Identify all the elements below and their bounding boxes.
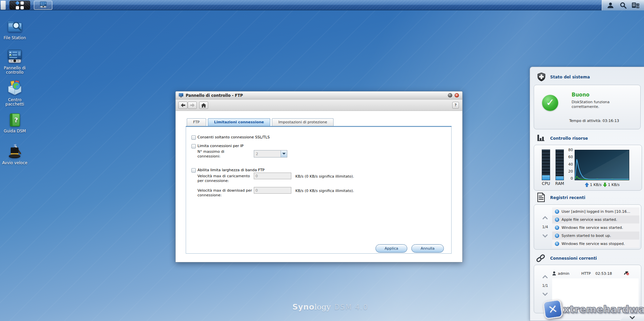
log-row[interactable]: iWindows file service was started. (552, 223, 639, 232)
tab-connection-limits[interactable]: Limitazioni connessione (208, 118, 271, 126)
ssl-only-checkbox[interactable] (191, 135, 196, 140)
desktop-icon-dsm-help[interactable]: ? Guida DSM (0, 112, 30, 133)
desktop-icon-label: Pannello di controllo (0, 66, 30, 74)
desktop-icon-label: Avvio veloce (0, 161, 30, 165)
log-row[interactable]: iApple file service was started. (552, 215, 639, 223)
log-text: User [admin] logged in from [10.16... (562, 209, 630, 214)
download-rate: 1 KB/s (608, 183, 620, 187)
system-status-title: Stato del sistema (550, 75, 590, 79)
user-icon (552, 271, 556, 276)
cpu-label: CPU (538, 181, 553, 186)
log-text: Windows file service was stopped. (562, 242, 625, 246)
forward-button[interactable] (188, 102, 197, 109)
chevron-down-icon (281, 150, 287, 157)
main-menu-icon (16, 1, 24, 9)
info-icon: i (555, 209, 559, 214)
log-row[interactable]: iSystem started to boot up. (552, 232, 639, 240)
desktop-icon-control-panel[interactable]: Pannello di controllo (0, 49, 30, 74)
desktop-icon-quick-start[interactable]: Avvio veloce (0, 143, 30, 165)
apply-button[interactable]: Applica (375, 244, 407, 253)
pilot-view-icon[interactable] (632, 1, 640, 9)
log-list: iUser [admin] logged in from [10.16... i… (552, 207, 639, 248)
upload-speed-label: Velocità max di caricamento per connessi… (197, 174, 250, 183)
tab-bar: FTP Limitazioni connessione Impostazioni… (187, 118, 334, 126)
bandwidth-limit-checkbox[interactable] (191, 168, 196, 173)
limit-ip-label: Limita connessioni per IP (197, 144, 243, 148)
desktop-icon-label: File Station (0, 36, 30, 40)
max-connections-label: N° massimo di connessioni: (197, 149, 248, 159)
download-speed-hint: KB/s (0 KB/s significa illimitato). (295, 189, 354, 193)
connection-user: admin (558, 271, 581, 276)
net-ytick: 0 (566, 176, 573, 181)
log-text: System started to boot up. (562, 234, 611, 238)
max-connections-select[interactable]: 2 (254, 150, 287, 157)
minimize-button[interactable] (448, 93, 452, 98)
info-icon: i (555, 242, 559, 246)
log-row[interactable]: iWindows file service was stopped. (552, 240, 639, 248)
log-row[interactable]: iUser [admin] logged in from [10.16... (552, 207, 639, 215)
connection-time: 02:53:18 (595, 271, 616, 276)
recent-logs-card: 1/4 iUser [admin] logged in from [10.16.… (534, 204, 641, 250)
net-ytick: 80 (566, 148, 573, 152)
uptime-text: Tempo di attività: 03:16:13 (569, 119, 619, 123)
help-button[interactable]: ? (452, 102, 459, 109)
network-legend: 1 KB/s 1 KB/s (573, 183, 632, 187)
logs-page-down-button[interactable] (542, 234, 548, 238)
connection-limits-panel: Consenti soltanto connessione SSL/TLS Li… (186, 127, 452, 254)
ssl-only-label: Consenti soltanto connessione SSL/TLS (197, 135, 270, 139)
desktop-icon-label: Guida DSM (0, 129, 30, 133)
connection-protocol: HTTP (581, 271, 595, 276)
logs-page-up-button[interactable] (542, 216, 548, 219)
pilot-view-sidebar: Stato del sistema ✓ Buono DiskStation fu… (530, 67, 644, 321)
desktop-icon-label: Centro pacchetti (0, 98, 30, 106)
shield-icon (537, 72, 546, 83)
download-speed-input[interactable] (254, 187, 291, 194)
taskbar-item-control-panel[interactable] (34, 1, 52, 10)
info-icon: i (555, 234, 559, 238)
taskbar (0, 0, 644, 10)
info-icon: i (555, 217, 559, 222)
brand-version: DSM 4.0 (334, 303, 368, 311)
chevron-down-icon (630, 316, 635, 319)
site-watermark-text: xtremehardware.it (563, 304, 644, 315)
connections-page-down-button[interactable] (542, 293, 548, 296)
resource-monitor-card: CPU RAM 80 60 40 20 0 1 KB/s 1 KB/s (534, 145, 642, 191)
upload-speed-input[interactable] (254, 173, 291, 179)
connection-row[interactable]: admin HTTP 02:53:18 (552, 269, 639, 278)
cancel-button[interactable]: Annulla (411, 244, 444, 253)
show-desktop-button[interactable] (1, 1, 6, 10)
desktop-icon-file-station[interactable]: File Station (0, 18, 30, 40)
control-panel-window: Pannello di controllo - FTP ✕ ? FTP Limi… (175, 91, 463, 262)
network-chart (575, 150, 629, 180)
status-ok-icon: ✓ (542, 95, 558, 111)
close-button[interactable]: ✕ (455, 93, 459, 98)
log-text: Apple file service was started. (562, 217, 617, 222)
window-titlebar[interactable]: Pannello di controllo - FTP ✕ (176, 91, 462, 100)
desktop-icon-package-center[interactable]: Centro pacchetti (0, 80, 30, 106)
status-value: Buono (572, 92, 589, 98)
user-icon[interactable] (606, 1, 614, 9)
limit-ip-checkbox[interactable] (191, 144, 196, 148)
disconnect-icon[interactable] (624, 271, 629, 276)
current-connections-title: Connessioni correnti (550, 256, 597, 261)
connections-page-indicator: 1/1 (540, 283, 550, 288)
max-connections-value: 2 (256, 152, 258, 156)
resource-monitor-title: Controllo risorse (550, 136, 588, 141)
bandwidth-limit-label: Abilita limita larghezza di banda FTP (197, 168, 265, 172)
log-text: Windows file service was started. (562, 226, 623, 230)
taskbar-right-tray (602, 0, 644, 10)
back-button[interactable] (178, 102, 187, 109)
main-menu-button[interactable] (9, 1, 30, 10)
home-button[interactable] (199, 102, 208, 109)
search-icon[interactable] (619, 1, 627, 9)
download-speed-label: Velocità max di download per connessione… (197, 188, 254, 198)
cpu-meter (542, 149, 550, 180)
control-panel-icon (178, 93, 184, 99)
connections-page-up-button[interactable] (542, 275, 548, 278)
upload-arrow-icon (585, 183, 589, 187)
download-arrow-icon (603, 183, 607, 187)
control-panel-icon (40, 1, 47, 9)
tab-ftp[interactable]: FTP (187, 118, 206, 126)
tab-security-settings[interactable]: Impostazioni di protezione (272, 118, 333, 126)
dsm-watermark: SynologyDSM 4.0 (292, 303, 368, 311)
